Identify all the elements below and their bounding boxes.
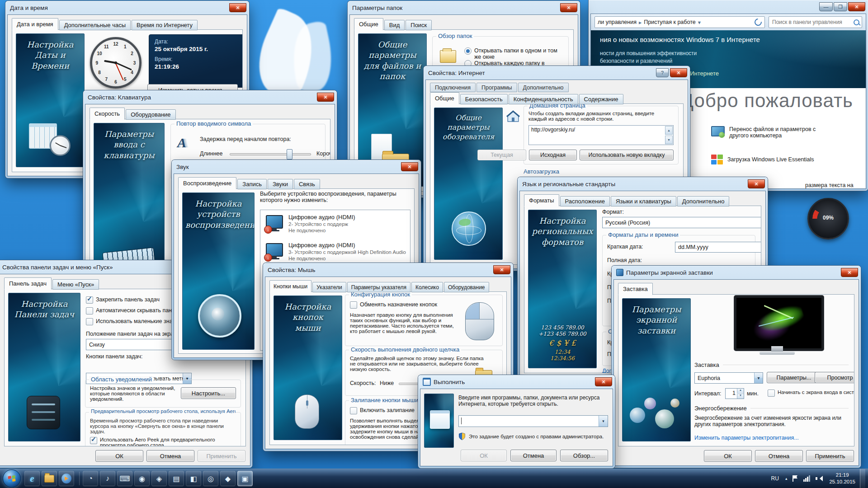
checkbox-icon[interactable] [350, 301, 357, 309]
spinner-down-icon[interactable]: ▼ [737, 394, 744, 399]
item-label[interactable]: Перенос файлов и параметров с другого ко… [729, 126, 824, 139]
media-player-icon[interactable] [59, 471, 74, 486]
show-desktop-button[interactable] [860, 469, 865, 488]
scroll-up-icon[interactable]: ▲ [665, 126, 673, 135]
folder-options-titlebar[interactable]: Параметры папок ✕ [348, 1, 580, 14]
checkbox-icon[interactable] [768, 389, 775, 397]
close-button[interactable]: ✕ [560, 3, 577, 12]
tray-clock[interactable]: 21:19 25.10.2015 [829, 472, 855, 485]
tab-datetime[interactable]: Дата и время [12, 18, 58, 30]
tab-hardware[interactable]: Оборудование [444, 282, 489, 292]
search-input[interactable] [771, 19, 854, 26]
region-titlebar[interactable]: Язык и региональные стандарты ✕ [518, 177, 768, 191]
repeat-delay-slider[interactable] [230, 153, 311, 155]
datetime-titlebar[interactable]: Дата и время ✕ [5, 1, 249, 14]
screensaver-preview-button[interactable]: Просмотр [815, 372, 854, 383]
tab-general[interactable]: Общие [430, 92, 459, 104]
screensaver-settings-button[interactable]: Параметры... [767, 372, 821, 383]
tab-sounds[interactable]: Звуки [268, 179, 293, 189]
minimize-button[interactable]: — [819, 2, 833, 11]
radio-open-same-window[interactable]: Открывать папки в одном и том же окне [464, 47, 565, 60]
mouse-applet-icon[interactable]: ◉ [134, 471, 150, 486]
run-task-icon[interactable]: ▣ [237, 471, 253, 486]
desktop-gadget-meter[interactable]: 09% [807, 198, 849, 239]
interval-spinner[interactable]: 1 ▲ ▼ [725, 388, 744, 399]
personalization-applet-icon[interactable]: ◆ [220, 471, 236, 486]
short-date-select[interactable]: dd.MM.yyyy [675, 242, 761, 253]
home-page-input[interactable]: http://ovgorskiy.ru/ ▲ ▼ [528, 125, 674, 145]
internet-titlebar[interactable]: Свойства: Интернет ? ✕ [424, 66, 690, 80]
tab-hardware[interactable]: Оборудование [126, 109, 175, 120]
radio-icon[interactable] [464, 47, 472, 55]
chevron-down-icon[interactable]: ▾ [698, 19, 701, 26]
checkbox-aero-peek[interactable]: Использовать Aero Peek для предварительн… [90, 437, 237, 446]
tab-location[interactable]: Расположение [560, 196, 610, 206]
tab-view[interactable]: Вид [384, 20, 405, 30]
tab-general[interactable]: Общие [354, 18, 383, 30]
cancel-button[interactable]: Отмена [146, 450, 194, 462]
use-new-tab-button[interactable]: Использовать новую вкладку [580, 150, 674, 160]
keyboard-applet-icon[interactable]: ⌨ [117, 471, 132, 486]
tab-advanced[interactable]: Дополнительно [518, 83, 569, 92]
slider-track[interactable] [230, 153, 311, 155]
folder-options-applet-icon[interactable]: ▤ [169, 471, 184, 486]
volume-applet-icon[interactable]: ♪ [100, 471, 115, 486]
sound-titlebar[interactable]: Звук ✕ [172, 160, 421, 174]
mouse-titlebar[interactable]: Свойства: Мышь ✕ [263, 263, 513, 277]
datetime-applet-icon[interactable]: ◔ [83, 471, 98, 486]
checkbox-icon[interactable] [86, 296, 93, 304]
tab-connections[interactable]: Подключения [430, 83, 476, 92]
spinner-up-icon[interactable]: ▲ [737, 389, 744, 393]
region-applet-icon[interactable]: ◈ [151, 471, 167, 486]
close-button[interactable]: ✕ [595, 377, 612, 386]
format-select[interactable]: Русский (Россия) [602, 217, 761, 228]
tab-recording[interactable]: Запись [237, 179, 267, 189]
screensaver-select[interactable]: Euphoria [694, 372, 763, 384]
scroll-down-icon[interactable]: ▼ [665, 136, 673, 144]
tab-keyboards[interactable]: Языки и клавиатуры [611, 196, 676, 206]
tab-security[interactable]: Безопасность [460, 94, 508, 104]
language-indicator[interactable]: RU [771, 475, 779, 482]
use-current-button[interactable]: Текущая [477, 150, 526, 160]
close-button[interactable]: ✕ [670, 68, 687, 77]
tab-formats[interactable]: Форматы [524, 194, 559, 206]
screensaver-titlebar[interactable]: Параметры экранной заставки ✕ [612, 266, 861, 279]
tray-expand-icon[interactable]: ▴ [785, 476, 788, 481]
cancel-button[interactable]: Отмена [510, 450, 557, 461]
help-button[interactable]: ? [656, 68, 669, 77]
display-applet-icon[interactable]: ◧ [186, 471, 201, 486]
tab-programs[interactable]: Программы [476, 83, 517, 92]
close-button[interactable]: ✕ [229, 3, 246, 12]
customize-button[interactable]: Настроить... [181, 387, 236, 399]
getting-started-item-partial[interactable]: размера текста на [805, 182, 854, 188]
browse-button[interactable]: Обзор... [560, 450, 608, 461]
checkbox-swap-buttons[interactable]: Обменять назначение кнопок [350, 301, 437, 309]
close-button[interactable]: ✕ [317, 93, 334, 102]
tab-pointer-options[interactable]: Параметры указателя [347, 282, 410, 292]
checkbox-icon[interactable] [90, 437, 97, 444]
checkbox-icon[interactable] [86, 318, 93, 325]
tab-communications[interactable]: Связь [294, 179, 320, 189]
device-list-item[interactable]: ↓ Цифровое аудио (HDMI) 2- Устройство с … [260, 210, 410, 238]
address-bar[interactable]: ли управления ▸ Приступая к работе ▾ [594, 16, 765, 28]
power-applet-icon[interactable]: ◎ [203, 471, 218, 486]
close-button[interactable]: ✕ [493, 265, 510, 274]
close-button[interactable]: ✕ [401, 162, 418, 171]
ok-button[interactable]: ОК [461, 450, 507, 461]
search-box[interactable] [769, 16, 862, 28]
internet-explorer-icon[interactable]: e [24, 471, 40, 486]
item-label[interactable]: Загрузка Windows Live Essentials [727, 156, 814, 163]
refresh-icon[interactable] [753, 17, 764, 28]
tab-playback[interactable]: Воспроизведение [178, 177, 236, 189]
apply-button[interactable]: Применить [806, 450, 854, 462]
tab-buttons[interactable]: Кнопки мыши [269, 280, 311, 292]
use-default-button[interactable]: Исходная [529, 150, 577, 160]
start-button[interactable] [3, 469, 21, 488]
checkbox-click-lock[interactable]: Включить залипание [350, 407, 415, 414]
search-icon[interactable] [854, 19, 859, 25]
tab-privacy[interactable]: Конфиденциальность [509, 94, 578, 104]
tab-wheel[interactable]: Колесико [411, 282, 443, 292]
getting-started-item[interactable]: Загрузка Windows Live Essentials [711, 155, 824, 164]
power-settings-link[interactable]: Изменить параметры электропитания... [694, 435, 799, 441]
run-input-combo[interactable]: ▾ [458, 415, 608, 427]
